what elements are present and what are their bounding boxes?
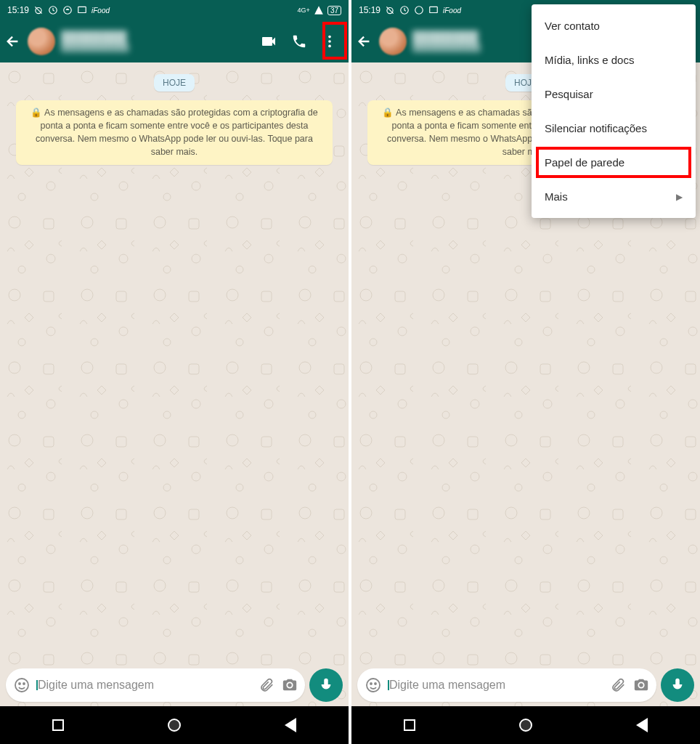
signal-icon — [314, 5, 324, 15]
contact-avatar[interactable] — [28, 28, 55, 55]
status-time: 15:19 — [359, 5, 380, 15]
status-time: 15:19 — [7, 5, 29, 15]
svg-point-9 — [23, 683, 25, 684]
voice-message-button[interactable] — [661, 668, 694, 702]
app-icon: iFood — [91, 7, 110, 15]
clock-icon — [48, 5, 58, 15]
svg-point-4 — [328, 36, 331, 39]
status-bar: 15:19 iFood 4G+ 37 — [0, 0, 349, 20]
back-button[interactable] — [4, 33, 22, 50]
svg-point-8 — [19, 683, 20, 684]
alarm-off-icon — [33, 5, 44, 15]
chat-messages-area[interactable]: HOJE 🔒 As mensagens e as chamadas são pr… — [0, 62, 349, 744]
emoji-icon[interactable] — [365, 676, 382, 694]
message-input-bar: Digite uma mensagem — [0, 664, 349, 706]
nav-home[interactable] — [519, 719, 532, 732]
menu-search[interactable]: Pesquisar — [532, 77, 696, 111]
contact-avatar[interactable] — [379, 28, 407, 55]
clock-icon — [399, 5, 410, 15]
message-input-bar: Digite uma mensagem — [351, 664, 700, 706]
svg-point-14 — [367, 679, 380, 692]
message-input[interactable]: Digite uma mensagem — [357, 668, 656, 702]
svg-rect-13 — [430, 7, 438, 12]
camera-icon[interactable] — [282, 677, 298, 693]
svg-point-15 — [370, 683, 372, 684]
options-menu: Ver contato Mídia, links e docs Pesquisa… — [532, 4, 696, 218]
alarm-off-icon — [385, 5, 395, 15]
attach-icon[interactable] — [259, 677, 274, 693]
chat-header: ████████ ████████████ — [0, 20, 349, 62]
voice-call-button[interactable] — [290, 33, 308, 50]
nav-recents[interactable] — [52, 719, 64, 731]
whatsapp-status-icon — [62, 5, 73, 15]
more-options-button[interactable] — [321, 33, 338, 50]
contact-info[interactable]: ████████ ████████████ — [61, 31, 254, 52]
svg-point-16 — [375, 683, 376, 684]
emoji-icon[interactable] — [13, 676, 30, 694]
message-input[interactable]: Digite uma mensagem — [6, 668, 305, 702]
app-icon: iFood — [443, 7, 461, 15]
menu-more[interactable]: Mais ▶ — [532, 179, 696, 214]
network-type: 4G+ — [298, 7, 310, 14]
svg-point-7 — [15, 679, 28, 692]
svg-point-6 — [328, 45, 331, 48]
nav-back[interactable] — [285, 718, 296, 732]
back-button[interactable] — [356, 33, 373, 50]
battery-icon: 37 — [327, 6, 341, 15]
phone-screen-right: 15:19 iFood 4G+ 37 ████████ ████████████… — [351, 0, 700, 744]
svg-point-12 — [415, 7, 423, 15]
android-nav-bar — [351, 706, 700, 744]
menu-view-contact[interactable]: Ver contato — [532, 9, 696, 43]
nav-home[interactable] — [168, 719, 181, 732]
chevron-right-icon: ▶ — [676, 192, 683, 202]
video-call-button[interactable] — [260, 33, 277, 50]
cast-icon — [428, 5, 439, 15]
menu-mute-notifications[interactable]: Silenciar notificações — [532, 111, 696, 145]
cast-icon — [77, 5, 87, 15]
nav-back[interactable] — [636, 718, 648, 732]
camera-icon[interactable] — [633, 677, 649, 693]
voice-message-button[interactable] — [309, 668, 343, 702]
whatsapp-status-icon — [414, 5, 424, 15]
nav-recents[interactable] — [404, 719, 415, 731]
phone-screen-left: 15:19 iFood 4G+ 37 — [0, 0, 349, 744]
menu-media-links-docs[interactable]: Mídia, links e docs — [532, 43, 696, 77]
input-placeholder: Digite uma mensagem — [389, 679, 603, 692]
attach-icon[interactable] — [610, 677, 626, 693]
menu-wallpaper[interactable]: Papel de parede — [532, 145, 696, 179]
input-placeholder: Digite uma mensagem — [38, 679, 251, 692]
svg-rect-3 — [78, 7, 86, 12]
encryption-notice[interactable]: 🔒 As mensagens e as chamadas são protegi… — [16, 100, 333, 165]
android-nav-bar — [0, 706, 349, 744]
date-separator: HOJE — [154, 74, 195, 92]
svg-point-5 — [328, 40, 331, 43]
